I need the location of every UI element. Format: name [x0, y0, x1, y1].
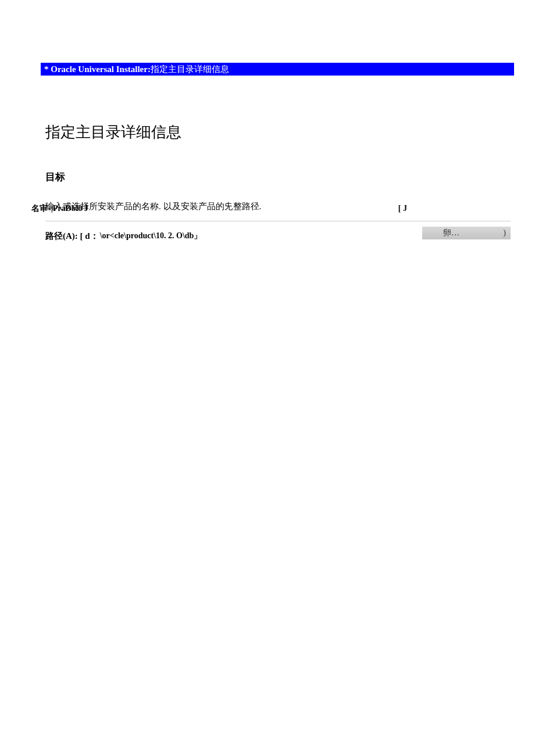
- name-field-label: 名审-: [31, 203, 51, 214]
- path-field-label: 路径(A): [ d：: [45, 231, 99, 242]
- section-heading: 目标: [45, 170, 512, 184]
- title-suffix: 指定主目录详细信息: [151, 65, 229, 74]
- window-title-bar: * Oracle Universal Installer:指定主目录详细信息: [41, 63, 514, 76]
- path-drive: d：: [85, 231, 98, 241]
- path-field-value[interactable]: \or<cle\product\10. 2. O\db」: [100, 231, 202, 241]
- page-heading: 指定主目录详细信息: [45, 122, 512, 142]
- name-field-suffix: [ J: [398, 204, 407, 213]
- name-field-value[interactable]: |PraDbl0 J: [51, 204, 88, 213]
- browse-button-paren: ): [503, 227, 506, 239]
- main-content: 指定主目录详细信息 目标 输入或选择所安装产品的名称. 以及安装产品的兂整路径.: [45, 122, 512, 216]
- path-label-zh: 路径: [45, 231, 63, 241]
- path-label-en: (A): [: [63, 231, 83, 241]
- browse-button-label: 卵…: [443, 228, 459, 237]
- title-prefix: * Oracle Universal Installer:: [44, 65, 151, 74]
- name-field-row: 名审- |PraDbl0 J [ J: [31, 203, 512, 214]
- browse-button[interactable]: 卵… ): [422, 227, 511, 239]
- divider: [45, 221, 511, 221]
- path-field-row: 路径(A): [ d： \or<cle\product\10. 2. O\db」…: [45, 229, 511, 243]
